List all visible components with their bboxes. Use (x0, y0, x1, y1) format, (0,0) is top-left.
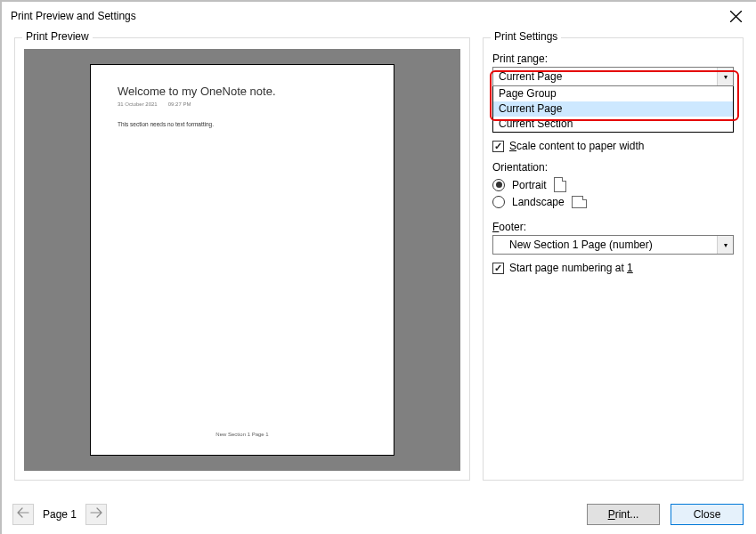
close-icon (730, 11, 742, 22)
orientation-portrait-radio[interactable] (492, 179, 505, 191)
print-range-option[interactable]: Page Group (493, 86, 733, 101)
chevron-down-icon: ▾ (724, 73, 728, 81)
window-title: Print Preview and Settings (11, 10, 716, 22)
print-range-option[interactable]: Current Page (493, 101, 733, 117)
orientation-portrait-row[interactable]: Portrait (492, 177, 734, 192)
print-range-dropdown-button[interactable]: ▾ (717, 68, 733, 85)
print-range-option[interactable]: Current Section (493, 117, 733, 132)
window-close-button[interactable] (716, 2, 756, 30)
preview-area: Welcome to my OneNote note. 31 October 2… (24, 49, 460, 471)
print-range-dropdown-list: Page Group Current Page Current Section (492, 86, 734, 133)
landscape-page-icon (572, 196, 587, 208)
arrow-left-icon (17, 507, 29, 521)
orientation-landscape-radio[interactable] (492, 196, 505, 208)
print-range-value: Current Page (493, 70, 717, 83)
close-button[interactable]: Close (671, 504, 744, 525)
chevron-down-icon: ▾ (724, 241, 728, 249)
print-preview-legend: Print Preview (22, 30, 93, 43)
print-settings-legend: Print Settings (491, 30, 561, 43)
print-button[interactable]: Print... (587, 504, 660, 525)
scale-content-checkbox[interactable] (492, 141, 504, 152)
arrow-right-icon (90, 507, 102, 521)
bottom-bar: Page 1 Print... Close (1, 494, 756, 534)
orientation-label: Orientation: (492, 161, 734, 174)
print-settings-group: Print Settings Print range: Current Page… (483, 37, 744, 481)
orientation-landscape-label: Landscape (512, 196, 565, 208)
doc-title: Welcome to my OneNote note. (118, 85, 367, 98)
orientation-landscape-row[interactable]: Landscape (492, 196, 734, 208)
print-preview-group: Print Preview Welcome to my OneNote note… (14, 37, 470, 481)
scale-content-row[interactable]: Scale content to paper width (492, 140, 734, 152)
footer-label: Footer: (492, 221, 734, 233)
footer-value: New Section 1 Page (number) (493, 239, 717, 251)
prev-page-button[interactable] (12, 504, 34, 525)
next-page-button[interactable] (85, 504, 107, 525)
print-range-combo[interactable]: Current Page ▾ (492, 67, 734, 86)
doc-footer: New Section 1 Page 1 (118, 432, 367, 437)
doc-meta: 31 October 2021 09:27 PM (118, 101, 367, 107)
start-numbering-checkbox[interactable] (492, 263, 504, 274)
titlebar: Print Preview and Settings (2, 2, 756, 30)
page-indicator: Page 1 (43, 508, 77, 521)
doc-time: 09:27 PM (168, 101, 191, 107)
start-numbering-label: Start page numbering at 1 (509, 262, 633, 274)
start-numbering-row[interactable]: Start page numbering at 1 (492, 262, 734, 274)
doc-body: This section needs no text formatting. (118, 121, 367, 432)
scale-content-label: Scale content to paper width (509, 140, 644, 152)
print-range-label: Print range: (492, 53, 734, 65)
footer-dropdown-button[interactable]: ▾ (717, 236, 733, 254)
orientation-portrait-label: Portrait (512, 179, 547, 191)
doc-date: 31 October 2021 (118, 101, 158, 107)
preview-page: Welcome to my OneNote note. 31 October 2… (90, 64, 394, 456)
footer-combo[interactable]: New Section 1 Page (number) ▾ (492, 235, 734, 255)
portrait-page-icon (554, 177, 566, 192)
